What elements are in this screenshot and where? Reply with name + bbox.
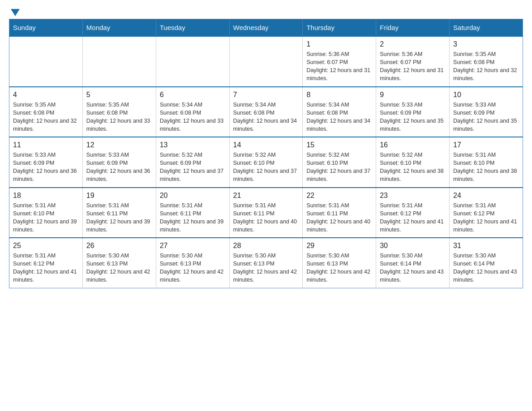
day-number: 3: [453, 40, 519, 48]
day-number: 25: [13, 242, 79, 250]
day-number: 5: [86, 91, 152, 99]
page-header: [9, 9, 523, 14]
day-number: 9: [380, 91, 446, 99]
day-info: Sunrise: 5:32 AM Sunset: 6:10 PM Dayligh…: [306, 151, 372, 184]
day-number: 18: [13, 192, 79, 200]
column-header-monday: Monday: [82, 19, 156, 37]
day-info: Sunrise: 5:31 AM Sunset: 6:10 PM Dayligh…: [453, 151, 519, 184]
calendar-body: 1Sunrise: 5:36 AM Sunset: 6:07 PM Daylig…: [9, 36, 523, 288]
calendar-cell: 21Sunrise: 5:31 AM Sunset: 6:11 PM Dayli…: [229, 188, 303, 238]
day-number: 24: [453, 192, 519, 200]
calendar-cell: 30Sunrise: 5:30 AM Sunset: 6:14 PM Dayli…: [376, 238, 450, 288]
day-number: 16: [380, 141, 446, 149]
day-number: 20: [160, 192, 226, 200]
calendar-cell: 27Sunrise: 5:30 AM Sunset: 6:13 PM Dayli…: [156, 238, 229, 288]
day-info: Sunrise: 5:36 AM Sunset: 6:07 PM Dayligh…: [380, 50, 446, 83]
week-row-1: 1Sunrise: 5:36 AM Sunset: 6:07 PM Daylig…: [9, 36, 523, 87]
calendar-cell: 31Sunrise: 5:30 AM Sunset: 6:14 PM Dayli…: [450, 238, 523, 288]
day-info: Sunrise: 5:30 AM Sunset: 6:13 PM Dayligh…: [306, 252, 372, 284]
day-info: Sunrise: 5:36 AM Sunset: 6:07 PM Dayligh…: [306, 50, 372, 83]
calendar-cell: [82, 36, 156, 87]
calendar-cell: [9, 36, 83, 87]
calendar-cell: 17Sunrise: 5:31 AM Sunset: 6:10 PM Dayli…: [450, 137, 523, 188]
day-info: Sunrise: 5:31 AM Sunset: 6:11 PM Dayligh…: [160, 201, 226, 234]
day-info: Sunrise: 5:35 AM Sunset: 6:08 PM Dayligh…: [13, 101, 79, 133]
day-number: 23: [380, 192, 446, 200]
header-row: SundayMondayTuesdayWednesdayThursdayFrid…: [9, 19, 523, 37]
logo-triangle-icon: [11, 9, 20, 16]
week-row-2: 4Sunrise: 5:35 AM Sunset: 6:08 PM Daylig…: [9, 87, 523, 137]
day-number: 14: [233, 141, 299, 149]
calendar-cell: 23Sunrise: 5:31 AM Sunset: 6:12 PM Dayli…: [376, 188, 450, 238]
day-info: Sunrise: 5:33 AM Sunset: 6:09 PM Dayligh…: [453, 101, 519, 133]
day-info: Sunrise: 5:34 AM Sunset: 6:08 PM Dayligh…: [306, 101, 372, 133]
calendar-cell: 11Sunrise: 5:33 AM Sunset: 6:09 PM Dayli…: [9, 137, 83, 188]
calendar-cell: 29Sunrise: 5:30 AM Sunset: 6:13 PM Dayli…: [303, 238, 376, 288]
day-number: 10: [453, 91, 519, 99]
calendar-cell: 7Sunrise: 5:34 AM Sunset: 6:08 PM Daylig…: [229, 87, 303, 137]
calendar-cell: 3Sunrise: 5:35 AM Sunset: 6:08 PM Daylig…: [450, 36, 523, 87]
calendar-cell: 1Sunrise: 5:36 AM Sunset: 6:07 PM Daylig…: [303, 36, 376, 87]
day-info: Sunrise: 5:35 AM Sunset: 6:08 PM Dayligh…: [453, 50, 519, 83]
day-number: 28: [233, 242, 299, 250]
day-number: 22: [306, 192, 372, 200]
column-header-wednesday: Wednesday: [229, 19, 303, 37]
day-number: 29: [306, 242, 372, 250]
day-info: Sunrise: 5:35 AM Sunset: 6:08 PM Dayligh…: [86, 101, 152, 133]
day-number: 8: [306, 91, 372, 99]
day-info: Sunrise: 5:31 AM Sunset: 6:12 PM Dayligh…: [13, 252, 79, 284]
column-header-friday: Friday: [376, 19, 450, 37]
calendar-cell: 2Sunrise: 5:36 AM Sunset: 6:07 PM Daylig…: [376, 36, 450, 87]
day-info: Sunrise: 5:32 AM Sunset: 6:10 PM Dayligh…: [380, 151, 446, 184]
calendar-header: SundayMondayTuesdayWednesdayThursdayFrid…: [9, 19, 523, 37]
day-number: 27: [160, 242, 226, 250]
day-info: Sunrise: 5:33 AM Sunset: 6:09 PM Dayligh…: [86, 151, 152, 184]
day-info: Sunrise: 5:33 AM Sunset: 6:09 PM Dayligh…: [380, 101, 446, 133]
calendar-cell: 9Sunrise: 5:33 AM Sunset: 6:09 PM Daylig…: [376, 87, 450, 137]
day-number: 30: [380, 242, 446, 250]
day-number: 11: [13, 141, 79, 149]
day-info: Sunrise: 5:33 AM Sunset: 6:09 PM Dayligh…: [13, 151, 79, 184]
day-number: 15: [306, 141, 372, 149]
calendar-cell: 8Sunrise: 5:34 AM Sunset: 6:08 PM Daylig…: [303, 87, 376, 137]
day-info: Sunrise: 5:31 AM Sunset: 6:11 PM Dayligh…: [86, 201, 152, 234]
day-info: Sunrise: 5:31 AM Sunset: 6:12 PM Dayligh…: [453, 201, 519, 234]
calendar-cell: [229, 36, 303, 87]
day-info: Sunrise: 5:31 AM Sunset: 6:11 PM Dayligh…: [306, 201, 372, 234]
calendar-cell: 4Sunrise: 5:35 AM Sunset: 6:08 PM Daylig…: [9, 87, 83, 137]
day-number: 21: [233, 192, 299, 200]
day-number: 19: [86, 192, 152, 200]
calendar-table: SundayMondayTuesdayWednesdayThursdayFrid…: [9, 19, 523, 288]
day-info: Sunrise: 5:32 AM Sunset: 6:09 PM Dayligh…: [160, 151, 226, 184]
day-info: Sunrise: 5:34 AM Sunset: 6:08 PM Dayligh…: [160, 101, 226, 133]
calendar-cell: 10Sunrise: 5:33 AM Sunset: 6:09 PM Dayli…: [450, 87, 523, 137]
calendar-cell: 22Sunrise: 5:31 AM Sunset: 6:11 PM Dayli…: [303, 188, 376, 238]
day-number: 1: [306, 40, 372, 48]
day-info: Sunrise: 5:32 AM Sunset: 6:10 PM Dayligh…: [233, 151, 299, 184]
day-info: Sunrise: 5:31 AM Sunset: 6:10 PM Dayligh…: [13, 201, 79, 234]
day-info: Sunrise: 5:31 AM Sunset: 6:12 PM Dayligh…: [380, 201, 446, 234]
day-info: Sunrise: 5:34 AM Sunset: 6:08 PM Dayligh…: [233, 101, 299, 133]
day-info: Sunrise: 5:30 AM Sunset: 6:13 PM Dayligh…: [233, 252, 299, 284]
day-info: Sunrise: 5:30 AM Sunset: 6:14 PM Dayligh…: [453, 252, 519, 284]
calendar-cell: 18Sunrise: 5:31 AM Sunset: 6:10 PM Dayli…: [9, 188, 83, 238]
calendar-cell: 19Sunrise: 5:31 AM Sunset: 6:11 PM Dayli…: [82, 188, 156, 238]
calendar-cell: 5Sunrise: 5:35 AM Sunset: 6:08 PM Daylig…: [82, 87, 156, 137]
column-header-sunday: Sunday: [9, 19, 83, 37]
calendar-cell: 25Sunrise: 5:31 AM Sunset: 6:12 PM Dayli…: [9, 238, 83, 288]
day-number: 12: [86, 141, 152, 149]
week-row-3: 11Sunrise: 5:33 AM Sunset: 6:09 PM Dayli…: [9, 137, 523, 188]
day-number: 17: [453, 141, 519, 149]
calendar-cell: 13Sunrise: 5:32 AM Sunset: 6:09 PM Dayli…: [156, 137, 229, 188]
week-row-5: 25Sunrise: 5:31 AM Sunset: 6:12 PM Dayli…: [9, 238, 523, 288]
day-number: 13: [160, 141, 226, 149]
day-number: 6: [160, 91, 226, 99]
calendar-cell: 12Sunrise: 5:33 AM Sunset: 6:09 PM Dayli…: [82, 137, 156, 188]
day-info: Sunrise: 5:30 AM Sunset: 6:13 PM Dayligh…: [160, 252, 226, 284]
column-header-thursday: Thursday: [303, 19, 376, 37]
day-info: Sunrise: 5:31 AM Sunset: 6:11 PM Dayligh…: [233, 201, 299, 234]
week-row-4: 18Sunrise: 5:31 AM Sunset: 6:10 PM Dayli…: [9, 188, 523, 238]
day-number: 2: [380, 40, 446, 48]
logo: [9, 9, 20, 14]
calendar-cell: 15Sunrise: 5:32 AM Sunset: 6:10 PM Dayli…: [303, 137, 376, 188]
